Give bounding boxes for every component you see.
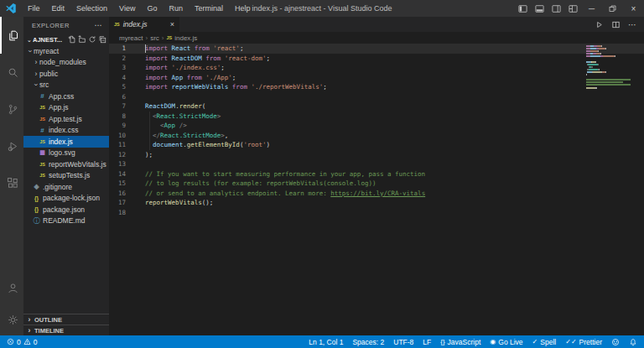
close-button[interactable]: × [623,0,644,17]
editor-group: JS index.js × ⋯ myreact › src › JS index… [109,17,644,335]
tree-item-app-css[interactable]: #App.css [23,91,109,102]
status-indentation[interactable]: Spaces: 2 [352,338,384,346]
status-go-live[interactable]: ◉Go Live [490,338,522,346]
collapse-all-icon[interactable] [98,35,106,44]
menu-go[interactable]: Go [141,0,163,17]
split-editor-icon[interactable] [611,20,621,29]
tree-item-app-js[interactable]: JSApp.js [23,102,109,114]
chevron-down-icon: › [26,48,34,55]
token: React.StrictMode [157,112,217,120]
tree-item-package-json[interactable]: {}package.json [23,204,109,216]
line-content: import reportWebVitals from './reportWeb… [145,82,327,92]
minimize-button[interactable]: ─ [581,0,602,17]
code-line: 17reportWebVitals(); [109,198,644,208]
new-file-icon[interactable] [68,35,76,44]
explorer-icon[interactable] [0,17,23,54]
code-line: 10 </React.StrictMode>, [109,131,644,141]
tree-item-logo-svg[interactable]: ▦logo.svg [23,148,109,159]
line-content: import App from './App'; [145,73,236,83]
indent-guide-line [149,112,150,122]
token: './reportWebVitals' [251,83,323,91]
minimap[interactable] [586,45,641,92]
settings-gear-icon[interactable] [0,304,23,335]
token: ); [145,151,153,158]
tree-item-reportwebvitals-js[interactable]: JSreportWebVitals.js [23,158,109,170]
token: > [217,112,221,120]
comment-link[interactable]: https://bit.ly/CRA-vitals [330,190,425,197]
tree-item-setuptests-js[interactable]: JSsetupTests.js [23,170,109,182]
menu-edit[interactable]: Edit [46,0,71,17]
line-number: 6 [109,92,126,102]
tree-item-index-js[interactable]: JSindex.js [23,136,109,148]
menu-selection[interactable]: Selection [70,0,113,17]
refresh-icon[interactable] [88,35,96,44]
menu-terminal[interactable]: Terminal [189,0,229,17]
file-label: App.test.js [49,115,82,123]
status-eol[interactable]: LF [423,338,431,346]
indent-guide-line [149,131,150,141]
menu-file[interactable]: File [22,0,46,17]
run-file-icon[interactable] [595,20,604,29]
double-check-icon: ✓✓ [565,338,576,345]
notifications-bell-icon[interactable] [629,338,637,346]
tree-item-src[interactable]: ›src [23,80,109,91]
line-number: 14 [109,169,126,179]
timeline-section[interactable]: › TIMELINE [23,325,109,335]
status-label: Spell [540,338,556,346]
token: ReactDOM [172,55,206,62]
menu-bar: FileEditSelectionViewGoRunTerminalHelp [22,0,256,17]
editor-more-actions-icon[interactable]: ⋯ [628,20,636,29]
line-number: 1 [109,44,126,54]
workspace-section-header[interactable]: ⌄ AJNEST... [23,34,109,45]
run-and-debug-icon[interactable] [0,127,23,164]
token: import [145,64,172,71]
breadcrumb-folder[interactable]: myreact [119,34,143,42]
account-icon[interactable] [0,272,23,304]
tree-item-myreact[interactable]: ›myreact [23,45,109,57]
line-number: 16 [109,189,126,199]
minimap-line [586,48,641,49]
code-area[interactable]: 1import React from 'react';2import React… [109,44,644,335]
tree-item-app-test-js[interactable]: JSApp.test.js [23,113,109,125]
menu-run[interactable]: Run [163,0,189,17]
workspace-name: AJNEST... [33,36,62,44]
minimap-line [586,61,641,63]
tree-item-index-css[interactable]: #index.css [23,125,109,137]
tree-item--gitignore[interactable]: ◈.gitignore [23,181,109,193]
toggle-sidebar-icon[interactable] [514,0,531,17]
toggle-secondary-sidebar-icon[interactable] [548,0,564,17]
breadcrumb-file[interactable]: index.js [174,34,197,42]
token: ; [221,64,225,71]
tree-item-readme-md[interactable]: ⓘREADME.md [23,216,109,227]
extensions-icon[interactable] [0,164,23,201]
status-encoding[interactable]: UTF-8 [393,338,413,346]
menu-view[interactable]: View [113,0,141,17]
feedback-smiley-icon[interactable] [611,338,620,346]
tree-item-public[interactable]: ›public [23,68,109,80]
status-prettier[interactable]: ✓✓Prettier [565,338,602,346]
problems-indicator[interactable]: 0 0 [7,338,37,346]
status-spell[interactable]: ✓Spell [532,338,557,346]
tree-item-node-modules[interactable]: ›node_modules [23,57,109,69]
code-line: 3import './index.css'; [109,63,644,73]
explorer-more-actions-icon[interactable]: ⋯ [95,21,103,29]
search-icon[interactable] [0,54,23,91]
customize-layout-icon[interactable] [564,0,581,17]
line-content: ReactDOM.render( [145,101,205,112]
minimap-line [586,55,641,57]
new-folder-icon[interactable] [78,35,86,44]
status-cursor-position[interactable]: Ln 1, Col 1 [309,338,343,346]
restore-button[interactable] [602,0,623,17]
outline-section[interactable]: › OUTLINE [23,314,109,325]
tab-close-icon[interactable]: × [170,20,174,29]
token: './index.css' [172,64,221,71]
status-language-mode[interactable]: {}JavaScript [440,338,480,346]
tree-item-package-lock-json[interactable]: {}package-lock.json [23,193,109,205]
tab-index-js[interactable]: JS index.js × [109,17,179,32]
breadcrumb-folder[interactable]: src [150,34,159,42]
source-control-icon[interactable] [0,91,23,127]
token: App [164,122,176,129]
toggle-panel-icon[interactable] [531,0,548,17]
line-number: 5 [109,82,126,92]
status-label: LF [423,338,431,346]
